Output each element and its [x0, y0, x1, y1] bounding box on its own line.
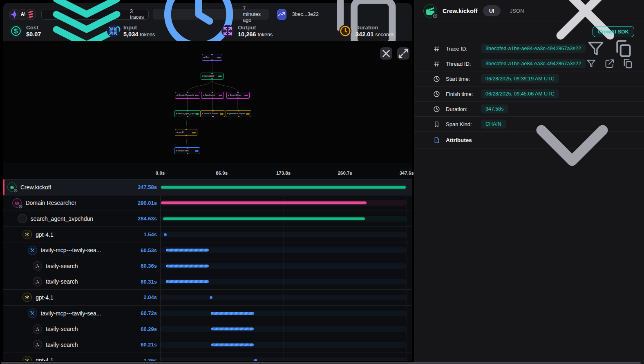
metric-value: 5,034 tokens: [123, 31, 155, 38]
graph-node[interactable]: Report Writer: [226, 92, 250, 99]
span-row[interactable]: tavily-search 60.36s: [3, 258, 412, 274]
span-bar: [166, 264, 208, 267]
graph-node[interactable]: Data Analyst: [201, 92, 224, 99]
trace-metrics-button[interactable]: [277, 9, 286, 20]
metric-label: Cost: [26, 24, 41, 31]
clock-icon: [433, 75, 440, 82]
filter-icon[interactable]: [586, 38, 606, 59]
span-duration: 60.29s: [141, 326, 157, 332]
field-value: CHAIN: [481, 120, 506, 129]
tavily-icon: [33, 277, 42, 286]
openai-icon: [22, 293, 32, 302]
span-row[interactable]: gpt-4.1 1.54s: [3, 227, 412, 243]
span-row[interactable]: tavily-mcp---tavily-sea... 60.53s: [3, 242, 412, 258]
scale-logo-icon: [25, 9, 36, 20]
span-duration: 60.72s: [141, 310, 157, 316]
timeline-tick: 86.9s: [216, 171, 228, 175]
graph-node[interactable]: analyze data: [174, 147, 200, 154]
provider-avatars: A\: [9, 9, 36, 20]
summary-top-row: A\ 3 traces 7 minutes ago 3bec...3e22: [3, 3, 412, 21]
graph-node[interactable]: gpt-4.1: [175, 129, 197, 136]
copy-icon[interactable]: [622, 58, 633, 69]
span-label-cell: tavily-search 60.21s: [3, 337, 160, 353]
arrows-in-icon: [107, 25, 119, 37]
trace-view: A\ 3 traces 7 minutes ago 3bec...3e22: [0, 0, 414, 364]
span-row[interactable]: search_agent_1vpchdun 284.63s: [3, 211, 412, 227]
tab-json[interactable]: JSON: [510, 8, 524, 14]
span-row[interactable]: gpt-4.1 1.36s: [3, 353, 412, 361]
chevron-down-icon[interactable]: [511, 79, 633, 202]
span-duration: 2.04s: [143, 294, 157, 300]
field-actions: [586, 38, 633, 59]
filter-icon[interactable]: [586, 58, 597, 69]
detail-header: Crew.kickoff UI JSON: [414, 0, 644, 22]
span-row[interactable]: tavily-mcp---tavily-sea... 60.72s: [3, 306, 412, 322]
field-value: 347.58s: [481, 104, 508, 113]
span-row[interactable]: tavily-search 60.21s: [3, 337, 412, 353]
app-root: A\ 3 traces 7 minutes ago 3bec...3e22: [0, 0, 644, 364]
graph-node[interactable]: search_agent_1vpchdun: [174, 110, 201, 117]
span-detail-panel: Crew.kickoff UI JSON CrewAI SDK Trace ID…: [414, 0, 644, 364]
file-icon: [433, 137, 440, 144]
span-label-cell: tavily-search 60.36s: [3, 258, 160, 274]
metric-value: 10,266 tokens: [238, 31, 273, 38]
span-bar: [163, 217, 365, 220]
external-link-icon[interactable]: [604, 58, 615, 69]
graph-node-label: analyze data: [178, 150, 194, 152]
span-label-cell: tavily-search 60.31s: [3, 274, 160, 290]
field-actions: [586, 58, 633, 69]
metric-label: Input: [123, 24, 155, 31]
attributes-section[interactable]: Attributes: [414, 132, 644, 149]
span-label-cell: tavily-mcp---tavily-sea... 60.53s: [3, 242, 160, 258]
span-bar-track: [160, 326, 407, 332]
span-bar-track: [160, 232, 407, 237]
hash-icon: [433, 45, 440, 52]
span-label-cell: gpt-4.1 2.04s: [3, 290, 160, 305]
span-label-cell: tavily-mcp---tavily-sea... 60.72s: [3, 306, 160, 321]
graph-node[interactable]: master & Present: [200, 110, 225, 117]
metric-value: $0.07: [26, 31, 41, 38]
robot-icon: [12, 198, 22, 208]
graph-node[interactable]: Run: [202, 54, 222, 61]
traces-count-badge[interactable]: 3 traces: [41, 9, 149, 20]
close-graph-button[interactable]: [380, 47, 392, 60]
span-bar: [166, 249, 209, 252]
span-row[interactable]: tavily-search 60.29s: [3, 321, 412, 337]
span-row[interactable]: gpt-4.1 2.04s: [3, 290, 412, 306]
detail-title: Crew.kickoff: [443, 8, 478, 14]
span-row[interactable]: Domain Researcher 290.01s: [3, 195, 412, 211]
tab-ui[interactable]: UI: [483, 5, 501, 16]
hash-icon: [433, 60, 440, 67]
span-bar: [211, 343, 254, 346]
field-label: Trace ID:: [446, 46, 481, 52]
span-bar-track: [160, 357, 407, 361]
graph-node-label: search_agent_1vpchdun: [178, 113, 195, 115]
span-duration: 60.21s: [141, 342, 157, 348]
copy-icon[interactable]: [613, 38, 633, 59]
span-duration: 60.53s: [141, 247, 157, 253]
span-waterfall: Crew.kickoff 347.58s Domain Researcher 2…: [3, 179, 412, 361]
span-row[interactable]: tavily-search 60.31s: [3, 274, 412, 290]
expand-graph-button[interactable]: [397, 47, 409, 60]
trace-summary-card: A\ 3 traces 7 minutes ago 3bec...3e22: [3, 3, 412, 41]
span-label-cell: tavily-search 60.29s: [3, 321, 160, 337]
trace-graph-panel: RunCrew.kickoffDomain ResearcherData Ana…: [3, 41, 412, 163]
time-ago-badge: 7 minutes ago: [153, 9, 269, 20]
span-bar: [210, 296, 212, 299]
graph-node[interactable]: generate & prepare: [226, 110, 251, 117]
scrollbar-thumb[interactable]: [1, 362, 641, 364]
span-bar-track: [160, 295, 407, 300]
horizontal-scrollbar[interactable]: [0, 362, 644, 364]
scale-icon: [18, 214, 27, 223]
clock-subbadge-icon: [13, 188, 18, 193]
trace-id-short: 3bec...3e22: [292, 11, 319, 17]
graph-node[interactable]: Domain Researcher: [175, 92, 200, 99]
span-label-cell: Crew.kickoff 347.58s: [3, 180, 160, 195]
graph-node[interactable]: Crew.kickoff: [201, 73, 224, 80]
graph-actions: [380, 47, 409, 60]
span-row[interactable]: Crew.kickoff 347.58s: [3, 180, 412, 195]
graph-node-label: Domain Researcher: [179, 94, 194, 96]
graph-node-label: Crew.kickoff: [204, 75, 217, 77]
span-bar-cell: [160, 337, 407, 353]
timeline-tick: 0.0s: [156, 171, 165, 175]
